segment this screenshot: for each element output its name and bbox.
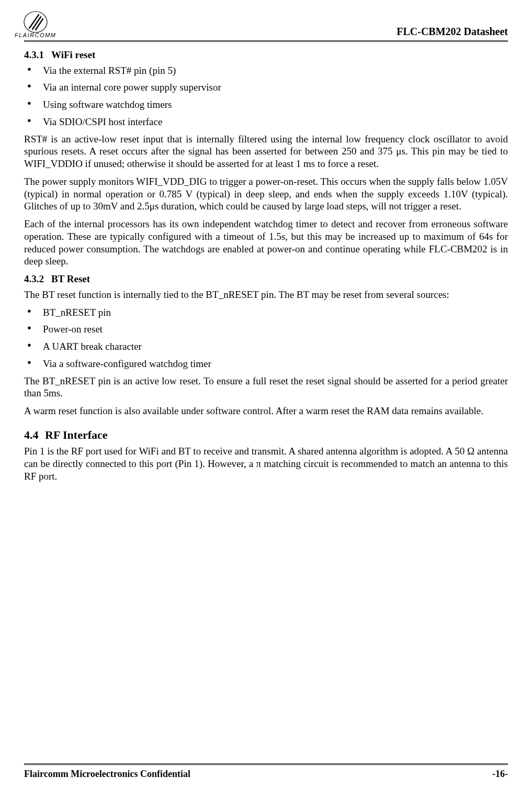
page: FLAIRCOMM FLC-CBM202 Datasheet 4.3.1WiFi… (0, 0, 532, 788)
list-item: A UART break character (24, 340, 508, 353)
bt-reset-bullets: BT_nRESET pin Power-on reset A UART brea… (24, 306, 508, 370)
footer-confidential: Flaircomm Microelectronics Confidential (24, 768, 190, 780)
paragraph: Each of the internal processors has its … (24, 218, 508, 268)
heading-4-3-2: 4.3.2BT Reset (24, 273, 508, 285)
list-item: BT_nRESET pin (24, 306, 508, 319)
paragraph: The BT reset function is internally tied… (24, 288, 508, 301)
brand-name: FLAIRCOMM (15, 32, 56, 39)
heading-number: 4.4 (24, 428, 45, 442)
document-title: FLC-CBM202 Datasheet (397, 25, 508, 39)
paragraph: The power supply monitors WIFI_VDD_DIG t… (24, 175, 508, 213)
heading-number: 4.3.2 (24, 273, 51, 285)
paragraph: The BT_nRESET pin is an active low reset… (24, 375, 508, 400)
list-item: Via an internal core power supply superv… (24, 81, 508, 94)
list-item: Via a software-configured watchdog timer (24, 358, 508, 370)
heading-number: 4.3.1 (24, 49, 51, 61)
footer-page-number: -16- (492, 768, 508, 780)
list-item: Via SDIO/CSPI host interface (24, 116, 508, 128)
flaircomm-logo-icon (21, 10, 50, 34)
paragraph: RST# is an active-low reset input that i… (24, 133, 508, 170)
header-rule (24, 40, 508, 43)
heading-title: BT Reset (51, 273, 90, 284)
wifi-reset-bullets: Via the external RST# pin (pin 5) Via an… (24, 64, 508, 128)
list-item: Power-on reset (24, 323, 508, 336)
page-header: FLAIRCOMM FLC-CBM202 Datasheet (24, 10, 508, 39)
paragraph: Pin 1 is the RF port used for WiFi and B… (24, 445, 508, 482)
footer-rule (24, 763, 508, 767)
heading-4-3-1: 4.3.1WiFi reset (24, 49, 508, 61)
heading-4-4: 4.4RF Interface (24, 428, 508, 442)
brand-logo: FLAIRCOMM (15, 10, 56, 39)
page-footer: Flaircomm Microelectronics Confidential … (24, 760, 508, 780)
paragraph: A warm reset function is also available … (24, 405, 508, 417)
list-item: Using software watchdog timers (24, 98, 508, 111)
heading-title: WiFi reset (51, 49, 95, 60)
heading-title: RF Interface (45, 428, 108, 441)
list-item: Via the external RST# pin (pin 5) (24, 64, 508, 77)
